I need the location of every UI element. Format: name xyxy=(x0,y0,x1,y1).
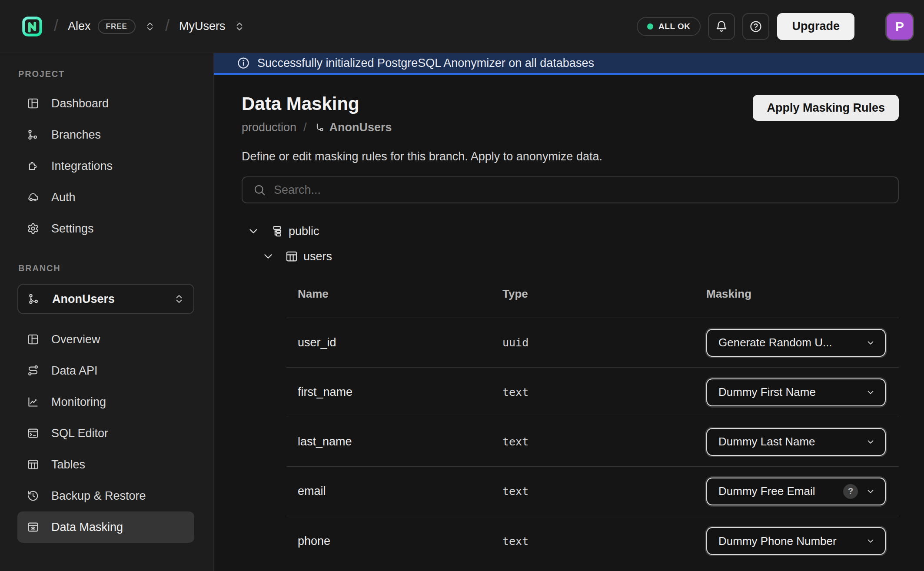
search-input[interactable] xyxy=(274,183,887,197)
branch-selector[interactable]: AnonUsers xyxy=(17,284,194,314)
column-name: phone xyxy=(298,534,502,548)
sidebar-item-dashboard[interactable]: Dashboard xyxy=(17,88,194,119)
sidebar: PROJECT Dashboard Branches Integrations … xyxy=(0,53,214,571)
chevron-down-icon xyxy=(865,535,876,547)
branch-selector-value: AnonUsers xyxy=(52,292,172,306)
project-name: MyUsers xyxy=(179,20,226,33)
org-name: Alex xyxy=(68,20,91,33)
column-name: last_name xyxy=(298,435,502,448)
help-badge[interactable]: ? xyxy=(843,484,858,499)
main-panel: Successfully initialized PostgreSQL Anon… xyxy=(214,53,924,571)
apply-masking-rules-button[interactable]: Apply Masking Rules xyxy=(753,95,899,121)
column-type: text xyxy=(502,535,706,548)
notifications-button[interactable] xyxy=(708,13,735,40)
sidebar-item-label: Data API xyxy=(51,364,98,378)
sidebar-item-integrations[interactable]: Integrations xyxy=(17,150,194,182)
masking-rule-select[interactable]: Generate Random U... xyxy=(706,329,886,357)
plan-badge: FREE xyxy=(98,19,136,34)
sidebar-item-label: SQL Editor xyxy=(51,427,108,440)
header-separator: / xyxy=(165,17,170,35)
sidebar-item-data-api[interactable]: Data API xyxy=(17,355,194,386)
org-switcher[interactable]: Alex FREE xyxy=(68,19,156,34)
sidebar-item-sql-editor[interactable]: SQL Editor xyxy=(17,418,194,449)
schema-name: public xyxy=(289,225,319,238)
sidebar-item-settings[interactable]: Settings xyxy=(17,213,194,244)
column-type: text xyxy=(502,435,706,448)
neon-logo-icon xyxy=(21,16,43,37)
breadcrumb-parent-branch[interactable]: production xyxy=(242,121,296,134)
status-ok-dot xyxy=(647,23,653,30)
avatar[interactable]: P xyxy=(887,13,913,40)
neon-logo[interactable] xyxy=(20,14,44,39)
branch-icon xyxy=(28,293,40,305)
banner-text: Successfully initialized PostgreSQL Anon… xyxy=(257,56,594,70)
overview-icon xyxy=(27,333,39,345)
sidebar-item-label: Overview xyxy=(51,333,100,346)
project-switcher[interactable]: MyUsers xyxy=(179,20,246,33)
sidebar-item-backup-restore[interactable]: Backup & Restore xyxy=(17,480,194,511)
chevron-down-icon xyxy=(865,436,876,448)
columns-table: Name Type Masking user_id uuid Generate … xyxy=(286,270,899,566)
project-section-label: PROJECT xyxy=(18,70,213,78)
system-status-pill[interactable]: ALL OK xyxy=(637,17,701,36)
sidebar-item-auth[interactable]: Auth xyxy=(17,182,194,213)
schema-icon xyxy=(270,225,283,238)
search-box xyxy=(242,176,899,203)
breadcrumb-separator: / xyxy=(303,121,307,134)
column-header-masking: Masking xyxy=(706,287,899,301)
chevron-updown-icon xyxy=(234,21,245,32)
dashboard-icon xyxy=(27,97,39,110)
column-header-name: Name xyxy=(298,287,502,301)
help-icon xyxy=(749,20,762,33)
help-button[interactable] xyxy=(742,13,769,40)
upgrade-button[interactable]: Upgrade xyxy=(777,13,854,40)
table-row-first-name: first_name text Dummy First Name xyxy=(286,368,899,417)
table-row-last-name: last_name text Dummy Last Name xyxy=(286,417,899,467)
tree-node-table-users[interactable]: users xyxy=(242,246,899,267)
chevron-down-icon xyxy=(247,225,260,238)
sidebar-item-branches[interactable]: Branches xyxy=(17,119,194,150)
chevron-down-icon xyxy=(865,387,876,398)
table-icon xyxy=(285,250,298,263)
tree-node-schema-public[interactable]: public xyxy=(242,221,899,242)
sidebar-item-tables[interactable]: Tables xyxy=(17,449,194,480)
tables-icon xyxy=(27,458,39,471)
branches-icon xyxy=(27,129,39,141)
page-description: Define or edit masking rules for this br… xyxy=(242,150,899,163)
status-label: ALL OK xyxy=(658,22,690,31)
sidebar-item-label: Data Masking xyxy=(51,521,123,534)
data-masking-icon xyxy=(27,521,39,533)
auth-cloud-key-icon xyxy=(27,191,39,203)
sidebar-item-label: Integrations xyxy=(51,159,113,173)
schema-tree: public users xyxy=(242,221,899,267)
child-branch-icon xyxy=(314,122,326,134)
sidebar-item-label: Tables xyxy=(51,458,85,471)
chevron-updown-icon xyxy=(173,293,185,305)
table-name: users xyxy=(303,250,332,263)
sidebar-item-monitoring[interactable]: Monitoring xyxy=(17,386,194,418)
masking-rule-select[interactable]: Dummy Last Name xyxy=(706,428,886,456)
sidebar-item-label: Monitoring xyxy=(51,395,106,409)
column-name: user_id xyxy=(298,336,502,349)
chevron-down-icon xyxy=(865,486,876,497)
notification-banner: Successfully initialized PostgreSQL Anon… xyxy=(214,53,924,75)
column-header-type: Type xyxy=(502,287,706,301)
sql-editor-terminal-icon xyxy=(27,427,39,439)
table-row-phone: phone text Dummy Phone Number xyxy=(286,516,899,566)
masking-rule-select[interactable]: Dummy First Name xyxy=(706,378,886,406)
top-header: / Alex FREE / MyUsers ALL OK xyxy=(0,0,924,53)
masking-rule-select[interactable]: Dummy Phone Number xyxy=(706,527,886,555)
history-clock-icon xyxy=(27,490,39,502)
search-icon xyxy=(253,183,266,196)
table-row-user-id: user_id uuid Generate Random U... xyxy=(286,318,899,368)
gear-icon xyxy=(27,222,39,235)
sidebar-item-overview[interactable]: Overview xyxy=(17,324,194,355)
sidebar-item-data-masking[interactable]: Data Masking xyxy=(17,511,194,543)
breadcrumb-current-branch[interactable]: AnonUsers xyxy=(329,121,392,134)
sidebar-item-label: Branches xyxy=(51,128,101,142)
breadcrumb: production / AnonUsers xyxy=(242,121,392,134)
column-name: email xyxy=(298,485,502,498)
masking-rule-select[interactable]: Dummy Free Email ? xyxy=(706,478,886,505)
table-header-row: Name Type Masking xyxy=(286,270,899,318)
sidebar-item-label: Auth xyxy=(51,191,76,204)
